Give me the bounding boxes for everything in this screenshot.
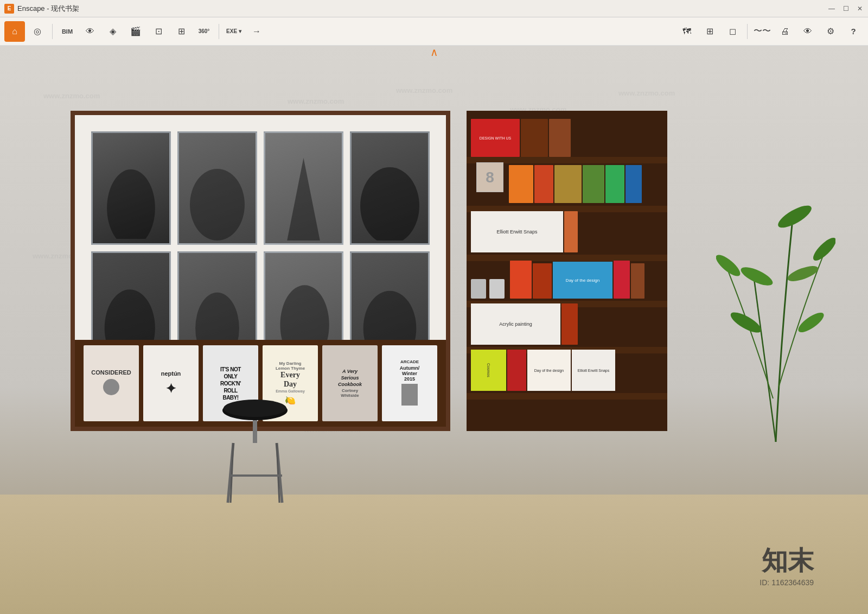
book-green-1 xyxy=(583,165,604,203)
photo-frame-1 xyxy=(91,131,171,245)
svg-point-6 xyxy=(795,309,826,336)
book-2 xyxy=(521,119,548,157)
candle-1 xyxy=(471,279,486,299)
book-elliott: Elliott Erwitt Snaps xyxy=(471,211,563,252)
books-row-4: Day of the design xyxy=(471,257,663,299)
measure-button[interactable]: ⊡ xyxy=(148,21,169,42)
path-button[interactable]: 〜〜 xyxy=(752,21,773,42)
decorative-number: 8 xyxy=(476,162,503,192)
right-shelf: DESIGN WITH US 8 Elliott Er xyxy=(467,111,667,431)
home-button[interactable]: ⌂ xyxy=(4,21,25,42)
viewport: ∧ www.znzmo.com www.znzmo.com www.znzmo.… xyxy=(0,46,868,614)
toolbar-divider-1 xyxy=(52,24,53,39)
grid-button[interactable]: ⊞ xyxy=(699,21,720,42)
magazine-neptun: neptún ✦ xyxy=(143,345,199,421)
book-r6-2 xyxy=(507,350,526,391)
walk-button[interactable]: ◎ xyxy=(27,21,48,42)
360-button[interactable]: 360° xyxy=(194,21,214,42)
svg-point-14 xyxy=(224,400,286,417)
book-r4-6 xyxy=(631,263,644,299)
magazine-img xyxy=(401,384,418,406)
titlebar-controls: — ☐ ✕ xyxy=(828,5,864,12)
toolbar-divider-3 xyxy=(747,24,748,39)
magazine-cookbook: A VerySeriousCookbook CortneyWhitside xyxy=(322,345,378,421)
ortho-button[interactable]: ⊞ xyxy=(171,21,192,42)
toolbar-right: 🗺 ⊞ ◻ 〜〜 🖨 👁 ⚙ ? xyxy=(676,21,864,42)
book-cosmos: Cosmos xyxy=(471,350,506,391)
photo-grid xyxy=(91,131,430,365)
book-design: DESIGN WITH US xyxy=(471,119,520,157)
book-r3-2 xyxy=(564,211,578,252)
svg-point-0 xyxy=(775,201,815,232)
magazine-title-considered: CONSIDERED xyxy=(91,369,131,376)
magazine-season: Autumn/Winter2015 xyxy=(400,365,420,382)
app-logo: E xyxy=(4,4,14,14)
section-button[interactable]: ◈ xyxy=(103,21,123,42)
brand-watermark: 知末 ID: 1162364639 xyxy=(760,543,814,587)
magazine-author-cookbook: CortneyWhitside xyxy=(338,388,362,398)
books-row-6: Cosmos Day of the design Elliott Erwitt … xyxy=(471,350,663,391)
books-row-1: DESIGN WITH US xyxy=(471,119,663,157)
magazine-title-autumn: ARCADE xyxy=(400,359,420,364)
book-elliott-2: Elliott Erwitt Snaps xyxy=(572,350,615,391)
magazine-considered: CONSIDERED xyxy=(84,345,139,421)
magazine-title-neptun: neptún xyxy=(161,370,181,377)
exe-button[interactable]: EXE ▾ xyxy=(224,21,244,42)
book-r4-5 xyxy=(614,261,630,299)
svg-point-2 xyxy=(810,235,835,264)
books-row-3: Elliott Erwitt Snaps xyxy=(471,211,663,252)
titlebar: E Enscape - 现代书架 — ☐ ✕ xyxy=(0,0,868,17)
book-r4-2 xyxy=(510,261,532,299)
book-r5-2 xyxy=(561,303,578,345)
map-button[interactable]: 🗺 xyxy=(676,21,697,42)
book-orange-1 xyxy=(509,165,533,203)
close-button[interactable]: ✕ xyxy=(856,5,864,12)
magazine-autumn: ARCADE Autumn/Winter2015 xyxy=(382,345,437,421)
shelf-unit: CONSIDERED neptún ✦ IT'S NOTONLYROCK'N xyxy=(71,111,667,447)
chevron-up-icon[interactable]: ∧ xyxy=(430,46,438,59)
minimize-button[interactable]: — xyxy=(828,5,835,12)
plant xyxy=(716,116,835,442)
maximize-button[interactable]: ☐ xyxy=(842,5,850,12)
svg-point-4 xyxy=(786,263,820,284)
svg-point-5 xyxy=(728,308,764,336)
toolbar: ⌂ ◎ BIM 👁 ◈ 🎬 ⊡ ⊞ 360° EXE ▾ → 🗺 ⊞ ◻ 〜〜 … xyxy=(0,17,868,46)
photo-frame-4 xyxy=(350,131,430,245)
brand-id: ID: 1162364639 xyxy=(760,578,814,587)
book-teal-1 xyxy=(605,165,624,203)
watermark: www.znzmo.com xyxy=(396,86,452,94)
watermark: www.znzmo.com xyxy=(43,92,100,100)
animation-button[interactable]: 🎬 xyxy=(125,21,146,42)
watermark: www.znzmo.com xyxy=(618,89,675,97)
settings-button[interactable]: ⚙ xyxy=(820,21,841,42)
photo-frame-3 xyxy=(264,131,343,245)
svg-point-1 xyxy=(738,264,775,289)
chair xyxy=(206,367,304,508)
titlebar-left: E Enscape - 现代书架 xyxy=(4,4,79,14)
cube-button[interactable]: ◻ xyxy=(722,21,743,42)
print-button[interactable]: 🖨 xyxy=(775,21,795,42)
help-button[interactable]: ? xyxy=(843,21,864,42)
floor xyxy=(0,495,868,614)
view-button[interactable]: 👁 xyxy=(80,21,100,42)
brand-chinese: 知末 xyxy=(760,543,814,578)
shelf-board-6 xyxy=(467,393,667,400)
book-r4-3 xyxy=(533,263,552,299)
book-brown-1 xyxy=(554,165,582,203)
photo-frame-2 xyxy=(177,131,257,245)
book-acrylic: Acrylic painting xyxy=(471,303,560,345)
eye-button[interactable]: 👁 xyxy=(797,21,818,42)
books-row-5: Acrylic painting xyxy=(471,303,663,345)
book-day-design: Day of the design xyxy=(553,262,612,299)
book-blue-1 xyxy=(626,165,642,203)
candle-2 xyxy=(489,279,505,299)
svg-point-3 xyxy=(716,251,743,279)
app-title: Enscape - 现代书架 xyxy=(17,4,79,14)
book-day-design-2: Day of the design xyxy=(527,350,571,391)
bim-button[interactable]: BIM xyxy=(57,21,78,42)
watermark: www.znzmo.com xyxy=(288,97,344,105)
magazine-title-cookbook: A VerySeriousCookbook xyxy=(338,369,362,388)
export-button[interactable]: → xyxy=(246,21,267,42)
book-red-1 xyxy=(534,165,553,203)
book-3 xyxy=(549,119,571,157)
